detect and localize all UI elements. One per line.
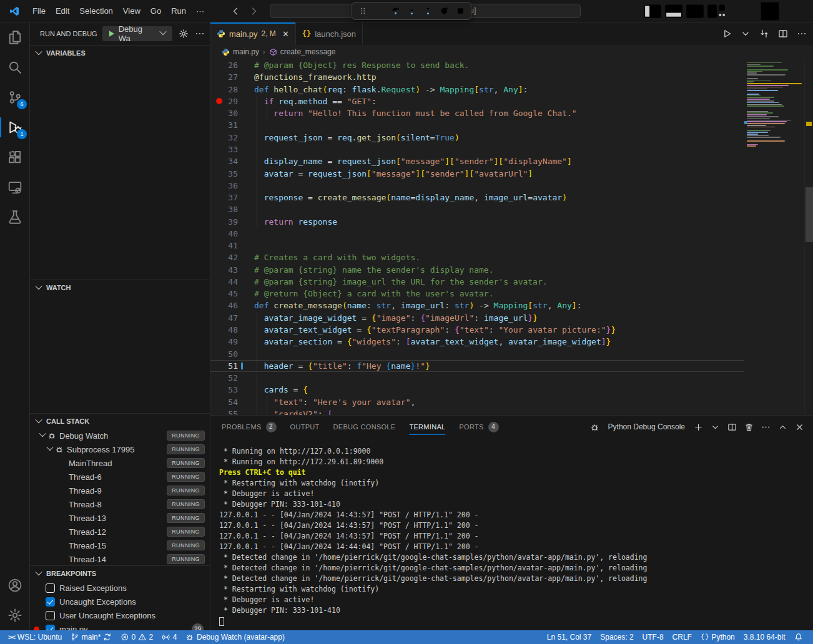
customize-layout-button[interactable] — [706, 0, 727, 22]
line-gutter[interactable]: 54 — [210, 398, 254, 407]
line-gutter[interactable]: 31 — [210, 120, 254, 130]
line-gutter[interactable]: 32 — [210, 133, 254, 142]
split-editor-icon[interactable] — [778, 29, 788, 39]
line-gutter[interactable]: 38 — [210, 205, 254, 214]
line-gutter[interactable]: 37 — [210, 193, 254, 202]
debug-settings-gear-icon[interactable] — [179, 29, 189, 39]
breadcrumb-item[interactable]: create_message — [280, 47, 336, 56]
kill-terminal-icon[interactable] — [744, 422, 754, 432]
breakpoints-section-header[interactable]: BREAKPOINTS — [30, 566, 210, 581]
code-line-36[interactable]: 36 — [210, 180, 744, 192]
breakpoint-checkbox[interactable] — [46, 611, 55, 620]
status-debug-session-status[interactable]: Debug Watch (avatar-app) — [181, 630, 288, 644]
line-gutter[interactable]: 26 — [210, 61, 254, 70]
minimap[interactable] — [744, 59, 804, 415]
code-line-42[interactable]: 42# Creates a card with two widgets. — [210, 251, 744, 263]
breakpoint-row[interactable]: User Uncaught Exceptions — [30, 608, 210, 622]
line-gutter[interactable]: 39 — [210, 217, 254, 227]
breakpoint-row[interactable]: Raised Exceptions — [30, 581, 210, 595]
run-python-file-icon[interactable] — [722, 29, 732, 39]
minimize-button[interactable] — [727, 0, 756, 22]
code-line-48[interactable]: 48 avatar_text_widget = {"textParagraph"… — [210, 324, 744, 336]
code-line-55[interactable]: 55 "cardsV2": [ — [210, 408, 744, 415]
toggle-secondary-sidebar-button[interactable] — [684, 0, 706, 22]
navigate-forward-icon[interactable] — [249, 6, 259, 16]
call-stack-row[interactable]: Thread-6RUNNING — [30, 470, 210, 484]
line-gutter[interactable]: 30 — [210, 109, 254, 118]
debug-config-dropdown[interactable]: Debug Wa — [102, 26, 172, 41]
status-git-branch-status[interactable]: main* — [66, 630, 116, 644]
split-terminal-icon[interactable] — [727, 422, 737, 432]
call-stack-row[interactable]: Subprocess 17995RUNNING — [30, 442, 210, 456]
menu-edit[interactable]: Edit — [51, 4, 74, 18]
breakpoint-row[interactable]: Uncaught Exceptions — [30, 595, 210, 608]
menu-go[interactable]: Go — [145, 4, 166, 18]
call-stack-row[interactable]: Thread-12RUNNING — [30, 525, 210, 539]
code-line-50[interactable]: 50 — [210, 348, 744, 359]
menu-view[interactable]: View — [118, 4, 145, 18]
line-gutter[interactable]: 53 — [210, 385, 254, 394]
close-tab-icon[interactable]: ✕ — [282, 29, 289, 39]
activity-extensions[interactable] — [0, 142, 30, 172]
code-line-54[interactable]: 54 "text": "Here's your avatar", — [210, 396, 744, 407]
activity-run-and-debug[interactable]: 1 — [0, 112, 30, 142]
activity-explorer[interactable] — [0, 22, 30, 52]
editor-more-actions-icon[interactable] — [797, 29, 807, 39]
line-gutter[interactable]: 50 — [210, 349, 254, 359]
stop-button-icon[interactable] — [453, 4, 468, 19]
line-gutter[interactable]: 33 — [210, 145, 254, 154]
line-gutter[interactable]: 40 — [210, 229, 254, 238]
code-line-39[interactable]: 39 return response — [210, 215, 744, 227]
code-line-31[interactable]: 31 — [210, 119, 744, 131]
line-gutter[interactable]: 49 — [210, 337, 254, 346]
breakpoint-row[interactable]: main.py29 — [30, 622, 210, 630]
code-line-35[interactable]: 35 avatar = request_json["message"]["sen… — [210, 167, 744, 179]
status-indentation[interactable]: Spaces: 2 — [596, 630, 638, 644]
restart-button-icon[interactable] — [436, 4, 451, 19]
line-gutter[interactable]: 44 — [210, 277, 254, 286]
code-line-47[interactable]: 47 avatar_image_widget = {"image": {"ima… — [210, 312, 744, 324]
new-terminal-icon[interactable] — [694, 422, 703, 432]
line-gutter[interactable]: 48 — [210, 325, 254, 334]
line-gutter[interactable]: 43 — [210, 265, 254, 275]
step-into-button-icon[interactable] — [404, 4, 419, 19]
breakpoint-checkbox[interactable] — [46, 625, 55, 631]
panel-more-actions-icon[interactable] — [761, 422, 771, 432]
activity-manage-settings[interactable] — [0, 600, 30, 630]
variables-section-header[interactable]: VARIABLES — [30, 46, 210, 61]
code-line-44[interactable]: 44# @param {string} image_url the URL fo… — [210, 276, 744, 288]
maximize-panel-icon[interactable] — [778, 422, 787, 432]
code-line-37[interactable]: 37 response = create_message(name=displa… — [210, 192, 744, 203]
code-line-53[interactable]: 53 cards = { — [210, 384, 744, 396]
call-stack-section-header[interactable]: CALL STACK — [30, 414, 210, 429]
panel-tab-output[interactable]: OUTPUT — [290, 416, 320, 438]
code-editor[interactable]: 26# @param {Object} res Response to send… — [210, 59, 744, 415]
activity-accounts[interactable] — [0, 570, 30, 600]
pause-button-icon[interactable] — [372, 4, 387, 19]
status-notifications[interactable] — [790, 630, 807, 644]
code-line-40[interactable]: 40 — [210, 228, 744, 240]
line-gutter[interactable]: 41 — [210, 241, 254, 250]
panel-tab-debug-console[interactable]: DEBUG CONSOLE — [333, 416, 396, 438]
terminal-prompt[interactable] — [219, 616, 813, 627]
line-gutter[interactable]: 35 — [210, 169, 254, 178]
call-stack-row[interactable]: Thread-8RUNNING — [30, 497, 210, 511]
call-stack-row[interactable]: Thread-13RUNNING — [30, 511, 210, 525]
menu-file[interactable]: File — [27, 4, 51, 18]
line-gutter[interactable]: 47 — [210, 313, 254, 323]
line-gutter[interactable]: 45 — [210, 289, 254, 298]
code-line-28[interactable]: 28def hello_chat(req: flask.Request) -> … — [210, 84, 744, 95]
status-eol-sequence[interactable]: CRLF — [668, 630, 696, 644]
call-stack-row[interactable]: Debug WatchRUNNING — [30, 429, 210, 442]
code-line-51[interactable]: 51 header = {"title": f"Hey {name}!"} — [210, 360, 744, 372]
tab-launch-json[interactable]: {}launch.json — [296, 22, 363, 45]
line-gutter[interactable]: 29 — [210, 97, 254, 106]
status-ports-status[interactable]: 4 — [157, 630, 181, 644]
code-line-43[interactable]: 43# @param {string} name the sender's di… — [210, 264, 744, 276]
code-line-26[interactable]: 26# @param {Object} res Response to send… — [210, 59, 744, 71]
panel-tab-terminal[interactable]: TERMINAL — [409, 416, 445, 438]
activity-testing[interactable] — [0, 202, 30, 232]
status-cursor-position[interactable]: Ln 51, Col 37 — [543, 630, 596, 644]
code-line-30[interactable]: 30 return "Hello! This function must be … — [210, 107, 744, 119]
breakpoint-checkbox[interactable] — [46, 597, 55, 607]
